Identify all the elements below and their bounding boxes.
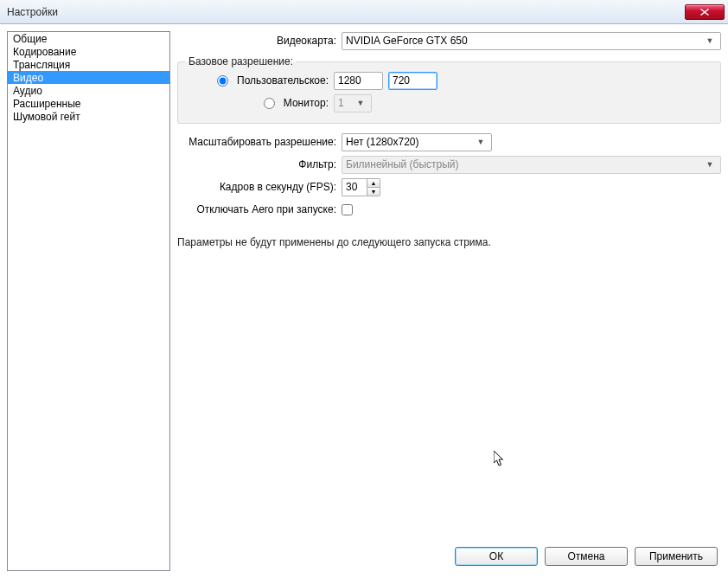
title-bar: Настройки bbox=[0, 0, 728, 24]
scale-resolution-label: Масштабировать разрешение: bbox=[177, 136, 342, 148]
sidebar-item-audio[interactable]: Аудио bbox=[8, 84, 169, 97]
scale-resolution-select[interactable]: Нет (1280x720) ▼ bbox=[342, 133, 492, 151]
sidebar-item-general[interactable]: Общие bbox=[8, 32, 169, 45]
sidebar-item-advanced[interactable]: Расширенные bbox=[8, 97, 169, 110]
custom-height-input[interactable] bbox=[388, 72, 437, 90]
close-button[interactable] bbox=[685, 4, 725, 20]
content-panel: Видеокарта: NVIDIA GeForce GTX 650 ▼ Баз… bbox=[174, 24, 728, 578]
cancel-button[interactable]: Отмена bbox=[545, 547, 628, 566]
monitor-select: 1 ▼ bbox=[334, 94, 372, 112]
ok-button[interactable]: ОК bbox=[455, 547, 538, 566]
filter-select: Билинейный (быстрый) ▼ bbox=[342, 156, 721, 174]
close-icon bbox=[700, 9, 709, 16]
sidebar-item-encoding[interactable]: Кодирование bbox=[8, 45, 169, 58]
monitor-radio-input[interactable] bbox=[264, 98, 275, 109]
custom-resolution-radio-input[interactable] bbox=[217, 75, 228, 87]
fps-label: Кадров в секунду (FPS): bbox=[177, 181, 342, 193]
window-title: Настройки bbox=[7, 6, 685, 18]
scale-resolution-value: Нет (1280x720) bbox=[346, 136, 474, 148]
filter-value: Билинейный (быстрый) bbox=[346, 158, 703, 170]
monitor-radio-label: Монитор: bbox=[284, 97, 329, 109]
chevron-down-icon: ▼ bbox=[703, 157, 717, 173]
chevron-down-icon: ▼ bbox=[474, 134, 488, 151]
video-card-label: Видеокарта: bbox=[177, 35, 342, 47]
sidebar-item-video[interactable]: Видео bbox=[8, 71, 169, 84]
custom-width-input[interactable] bbox=[334, 72, 383, 90]
base-resolution-legend: Базовое разрешение: bbox=[185, 55, 297, 67]
custom-resolution-radio[interactable]: Пользовательское: bbox=[185, 74, 329, 87]
sidebar: Общие Кодирование Трансляция Видео Аудио… bbox=[7, 31, 170, 571]
base-resolution-group: Базовое разрешение: Пользовательское: bbox=[177, 55, 721, 124]
chevron-down-icon: ▼ bbox=[703, 33, 717, 49]
disable-aero-label: Отключать Aero при запуске: bbox=[177, 203, 342, 215]
fps-spinner[interactable]: ▲ ▼ bbox=[342, 178, 380, 196]
chevron-down-icon: ▼ bbox=[354, 95, 367, 112]
sidebar-item-noise-gate[interactable]: Шумовой гейт bbox=[8, 110, 169, 123]
apply-button[interactable]: Применить bbox=[635, 547, 718, 566]
monitor-value: 1 bbox=[338, 97, 354, 109]
video-card-select[interactable]: NVIDIA GeForce GTX 650 ▼ bbox=[342, 32, 721, 50]
fps-spin-down[interactable]: ▼ bbox=[367, 187, 380, 196]
fps-input[interactable] bbox=[342, 178, 367, 196]
fps-spin-up[interactable]: ▲ bbox=[367, 178, 380, 187]
video-card-value: NVIDIA GeForce GTX 650 bbox=[346, 35, 703, 47]
filter-label: Фильтр: bbox=[177, 158, 342, 170]
sidebar-item-broadcast[interactable]: Трансляция bbox=[8, 58, 169, 71]
custom-resolution-radio-label: Пользовательское: bbox=[237, 74, 329, 87]
disable-aero-checkbox[interactable] bbox=[342, 204, 353, 215]
button-bar: ОК Отмена Применить bbox=[177, 540, 721, 571]
restart-note: Параметры не будут применены до следующе… bbox=[177, 236, 721, 248]
monitor-radio[interactable]: Монитор: bbox=[185, 97, 329, 109]
